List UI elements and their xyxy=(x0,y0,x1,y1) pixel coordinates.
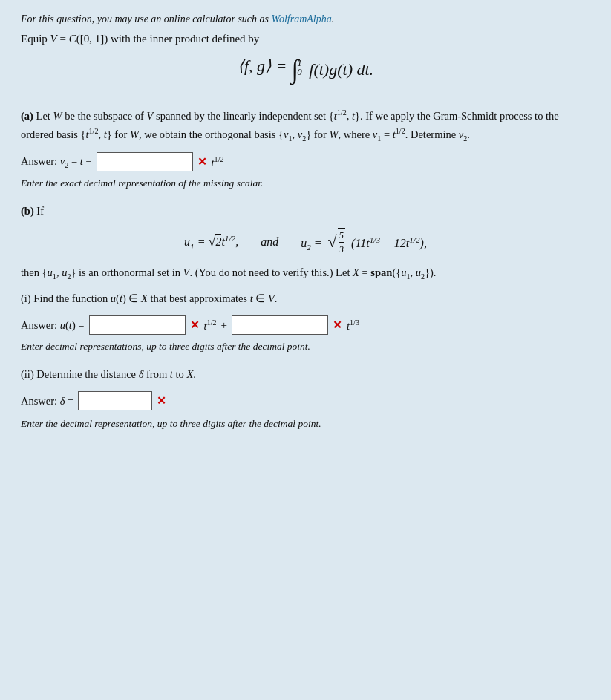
part-b-i-input1[interactable] xyxy=(89,315,186,335)
part-b-ii-answer-label: Answer: δ = xyxy=(21,395,73,408)
integral-lower: 0 xyxy=(297,66,302,78)
part-b-i-exp1: t1/2 xyxy=(204,318,217,333)
part-a-hint: Enter the exact decimal representation o… xyxy=(21,177,590,189)
wolfram-link[interactable]: WolframAlpha xyxy=(272,13,332,24)
part-b-i-answer-label: Answer: u(t) = xyxy=(21,319,85,332)
part-a-input[interactable] xyxy=(97,152,193,171)
part-b-intro: (b) If xyxy=(21,203,590,220)
integrand: f(t)g(t) dt. xyxy=(305,60,373,79)
part-a-exponent: t1/2 xyxy=(212,155,224,169)
part-b-ii-x: ✕ xyxy=(157,394,166,408)
and-text: and xyxy=(261,235,278,249)
part-b-i-x2: ✕ xyxy=(333,318,342,332)
part-b-continuation: then {u1, u2} is an orthonormal set in V… xyxy=(21,264,590,284)
part-b-ii-hint: Enter the decimal representation, up to … xyxy=(21,418,590,430)
part-b-i-text: (i) Find the function u(t) ∈ X that best… xyxy=(21,290,590,308)
part-b-i-input2[interactable] xyxy=(232,315,328,335)
part-b-ii-answer-row: Answer: δ = ✕ xyxy=(21,391,590,410)
inner-prod-lhs: ⟨f, g⟩ = xyxy=(238,56,287,76)
u2-expression: u2 = √ 5 3 (11t1/3 − 12t1/2), xyxy=(301,228,427,256)
wolfram-link-text: WolframAlpha xyxy=(272,13,332,24)
part-b-block: (b) If u1 = √2t1/2, and u2 = √ 5 3 (11t1… xyxy=(21,203,590,430)
inner-product-display: ⟨f, g⟩ = ∫ 1 0 f(t)g(t) dt. xyxy=(21,53,590,79)
part-b-i-answer-row: Answer: u(t) = ✕ t1/2 + ✕ t1/3 xyxy=(21,315,590,335)
part-b-i-exp2: t1/3 xyxy=(347,318,359,333)
u1u2-display: u1 = √2t1/2, and u2 = √ 5 3 (11t1/3 − 12… xyxy=(21,228,590,256)
part-b-ii-block: (ii) Determine the distance δ from t to … xyxy=(21,366,590,430)
part-b-i-block: (i) Find the function u(t) ∈ X that best… xyxy=(21,290,590,353)
part-a-x-mark: ✕ xyxy=(197,155,207,169)
inner-product-equation: ⟨f, g⟩ = ∫ 1 0 f(t)g(t) dt. xyxy=(238,53,373,79)
part-a-text: (a) Let W be the subspace of V spanned b… xyxy=(21,107,590,145)
intro-note-text: For this question, you may use an online… xyxy=(21,13,269,24)
part-b-i-x1: ✕ xyxy=(190,318,200,332)
part-a-block: (a) Let W be the subspace of V spanned b… xyxy=(21,107,590,189)
integral-block: ∫ 1 0 f(t)g(t) dt. xyxy=(291,53,373,79)
part-a-answer-label: Answer: v2 = t − xyxy=(21,155,92,169)
part-b-ii-text: (ii) Determine the distance δ from t to … xyxy=(21,366,590,384)
equip-line: Equip V = C([0, 1]) with the inner produ… xyxy=(21,33,590,45)
intro-note: For this question, you may use an online… xyxy=(21,13,590,25)
u1-expression: u1 = √2t1/2, xyxy=(184,234,238,251)
part-b-ii-input[interactable] xyxy=(78,391,152,410)
part-b-i-hint: Enter decimal representations, up to thr… xyxy=(21,341,590,353)
part-a-answer-row: Answer: v2 = t − ✕ t1/2 xyxy=(21,152,590,171)
part-b-i-plus: + xyxy=(221,319,227,332)
integral-limits: 1 0 xyxy=(297,56,302,79)
